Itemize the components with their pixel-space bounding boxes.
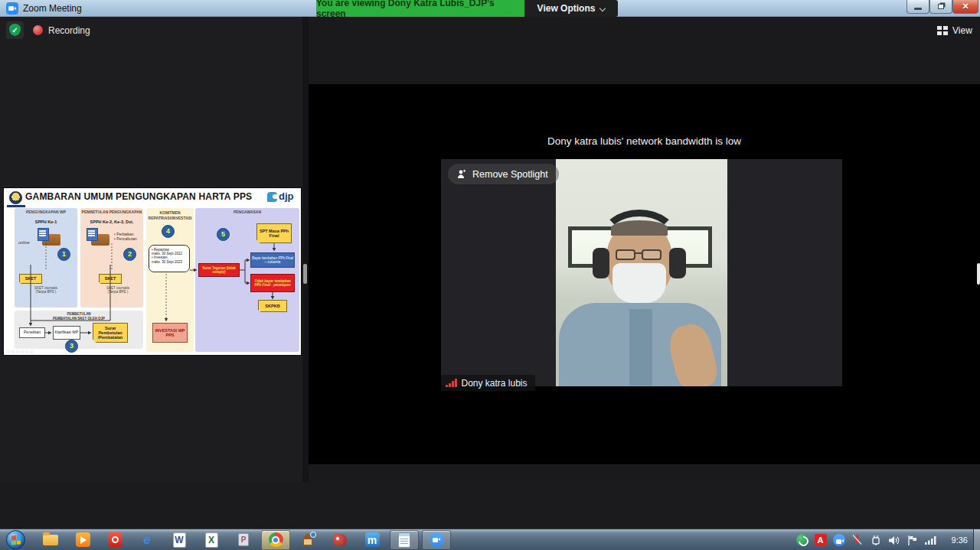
green-app-icon [796,534,808,546]
view-options-label: View Options [537,3,596,14]
screen-share-banner: You are viewing Dony Katra Lubis_DJP's s… [316,0,524,17]
glasses [616,249,635,260]
taskbar-red-app[interactable] [325,530,354,550]
view-button[interactable]: View [937,24,972,37]
taskbar-media-player[interactable] [68,530,97,550]
recording-dot-icon [33,25,43,35]
avira-icon: A [815,534,827,546]
taskbar-screen-recorder[interactable] [100,530,129,550]
taskbar-zoom[interactable] [422,530,451,550]
zoom-tray-icon [833,534,845,546]
tray-zoom[interactable] [832,534,845,547]
slide-watermark [7,350,33,353]
windows-logo-icon [11,535,21,545]
chrome-icon [269,532,283,547]
ie-icon: e [143,532,150,548]
participant-video [556,159,727,386]
participant-name: Dony katra lubis [462,378,528,389]
restore-icon [938,4,944,9]
glasses-bridge [635,252,642,254]
window-controls: ✕ [906,0,978,14]
chevron-down-icon [599,5,606,11]
taskbar-internet-explorer[interactable]: e [132,530,162,550]
taskbar-word[interactable]: W [165,530,194,550]
powerpoint-icon: P [238,533,249,546]
view-button-label: View [952,25,972,36]
camera-icon [8,6,14,11]
word-icon: W [173,532,186,548]
excel-letter: X [208,535,214,545]
taskbar-powerpoint[interactable]: P [229,530,258,550]
remove-spotlight-button[interactable]: Remove Spotlight [448,164,559,184]
right-scroll-handle[interactable] [977,263,980,285]
face-mask [612,263,666,303]
view-options-button[interactable]: View Options [524,0,618,17]
close-button[interactable]: ✕ [952,0,978,14]
play-icon [76,532,90,547]
speaker-icon [887,535,900,546]
participant-name-tag: Dony katra lubis [441,375,535,391]
system-tray: A [795,529,937,550]
tray-action-center[interactable] [906,534,919,547]
encryption-shield-badge[interactable]: ✓ [6,21,24,39]
close-icon: ✕ [962,2,969,11]
tray-network[interactable] [924,534,937,547]
headphone-earcup [593,248,609,278]
folder-icon [43,535,58,545]
avira-letter: A [818,535,824,545]
notepad-icon [398,532,410,548]
zoom-app-icon [6,2,18,15]
taskbar-maxthon[interactable]: m [358,530,387,550]
flow-connectors [4,188,301,355]
red-app-icon [333,534,347,546]
zoom-icon [430,532,444,547]
taskbar-notepad[interactable] [390,530,419,550]
muted-mic-icon [851,534,863,546]
meeting-toolbar: Unmute Stop Video Security [0,482,980,529]
taskbar-home-app[interactable] [293,530,322,550]
person-hair [611,220,668,236]
taskbar-chrome[interactable] [261,530,290,550]
spotlight-video-panel: Remove Spotlight Dony katra lubis [441,159,842,386]
tray-green-app[interactable] [795,534,808,547]
glasses [642,249,662,260]
tray-volume[interactable] [887,534,900,547]
start-button[interactable] [6,530,25,549]
zoom-meeting-window: Zoom Meeting You are viewing Dony Katra … [0,0,980,550]
minimize-button[interactable] [906,0,929,14]
recorder-icon [108,532,122,547]
word-letter: W [175,535,183,545]
shared-slide: GAMBARAN UMUM PENGUNGKAPAN HARTA PPS djp… [4,188,301,355]
maxthon-letter: m [368,534,377,546]
headphone-earcup [669,248,686,278]
taskbar-explorer[interactable] [36,530,65,550]
shield-check-icon: ✓ [9,24,21,36]
pane-divider-handle[interactable] [303,264,307,284]
network-signal-icon [924,535,937,545]
show-desktop-button[interactable] [973,529,980,550]
maxthon-icon: m [365,532,380,547]
window-titlebar: Zoom Meeting You are viewing Dony Katra … [0,0,980,17]
pane-divider [302,17,309,482]
grid-view-icon [937,26,948,35]
camera-lens-icon [14,7,16,10]
minimize-icon [914,8,922,10]
taskbar-excel[interactable]: X [197,530,226,550]
recording-label: Recording [48,25,90,36]
low-signal-icon [446,379,457,387]
windows-taskbar: e W X P m A [0,529,980,550]
power-plug-icon [870,534,882,546]
screen-share-banner-text: You are viewing Dony Katra Lubis_DJP's s… [316,0,524,19]
excel-icon: X [205,532,218,548]
tray-muted-mic[interactable] [851,534,864,547]
window-title: Zoom Meeting [23,3,82,14]
shirt-shade [629,309,652,386]
bandwidth-notice: Dony katra lubis' network bandwidth is l… [309,135,980,147]
tray-avira[interactable]: A [814,534,827,547]
flag-icon [906,535,919,546]
restore-button[interactable] [929,0,952,14]
house-icon [301,533,315,547]
tray-power[interactable] [869,534,882,547]
remove-spotlight-label: Remove Spotlight [472,169,548,180]
taskbar-clock[interactable]: 9:36 [952,529,968,550]
